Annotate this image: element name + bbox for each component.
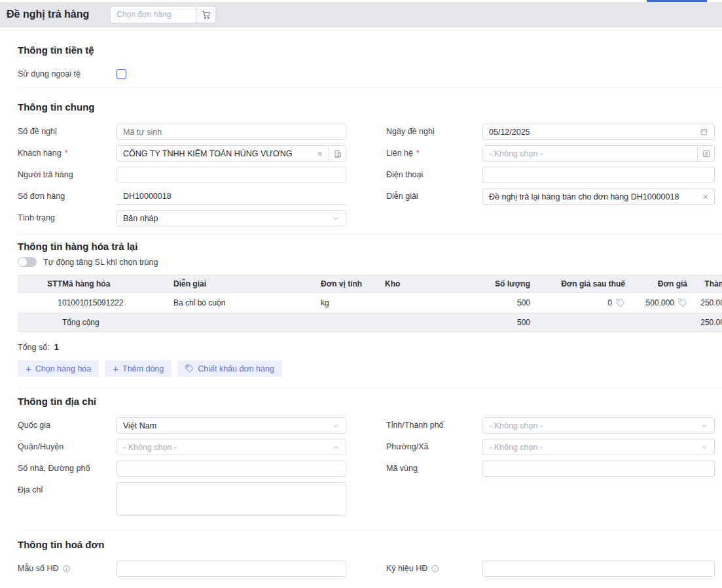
- discount-tag-icon[interactable]: [678, 298, 687, 307]
- contact-lookup-button[interactable]: [697, 145, 715, 162]
- dien-giai-input[interactable]: Đề nghị trả lại hàng bán cho đơn hàng DH…: [482, 188, 715, 205]
- chevron-down-icon: [332, 443, 340, 451]
- dien-thoai-label: Điện thoại: [386, 167, 482, 183]
- plus-icon: +: [26, 364, 31, 373]
- items-table: STT Mã hàng hóa Diễn giải Đơn vị tính Kh…: [18, 275, 722, 332]
- auto-increase-toggle-row: Tự động tăng SL khi chọn trùng: [18, 257, 722, 267]
- clear-icon[interactable]: ×: [317, 149, 323, 158]
- field-dien-thoai: Điện thoại: [386, 167, 715, 183]
- field-dia-chi: Địa chỉ: [18, 482, 346, 516]
- ma-vung-label: Mã vùng: [386, 460, 482, 477]
- chevron-down-icon: [332, 215, 340, 222]
- col-price[interactable]: Đơn giá: [625, 275, 687, 293]
- foreign-currency-label: Sử dụng ngoại tệ: [18, 69, 117, 79]
- order-discount-button[interactable]: Chiết khấu đơn hàng: [177, 360, 282, 377]
- quoc-gia-select[interactable]: Việt Nam: [117, 417, 346, 434]
- ky-hieu-hd-label: Ký hiệu HĐ: [386, 561, 482, 577]
- cell-price-after-tax: 0: [530, 293, 625, 313]
- cell-qty: 500: [470, 293, 530, 313]
- cell-stt: 1: [18, 293, 62, 313]
- table-row[interactable]: 1 01001015091222 Ba chỉ bò cuộn kg 500 0…: [18, 293, 722, 313]
- chevron-down-icon: [700, 422, 708, 430]
- col-desc[interactable]: Diễn giải: [173, 275, 321, 293]
- required-mark: *: [416, 145, 420, 162]
- plus-icon: +: [113, 364, 118, 373]
- chevron-down-icon: [700, 443, 708, 451]
- ngay-de-nghi-input[interactable]: 05/12/2025: [482, 124, 715, 140]
- total-amount: 250.000.000: [687, 313, 722, 332]
- dien-giai-label: Diễn giải: [386, 188, 482, 205]
- field-quoc-gia: Quốc gia Việt Nam: [18, 417, 346, 434]
- section-title-items: Thông tin hàng hóa trả lại: [18, 241, 722, 252]
- nguoi-tra-hang-input[interactable]: [117, 167, 346, 183]
- tinh-trang-select[interactable]: Bản nháp: [117, 210, 346, 226]
- col-amount[interactable]: Thành tiền: [687, 275, 722, 293]
- page-title: Đề nghị trả hàng: [7, 9, 89, 20]
- cart-button[interactable]: [196, 6, 216, 24]
- auto-increase-label: Tự động tăng SL khi chọn trùng: [43, 258, 158, 267]
- tinh-thanh-select[interactable]: - Không chọn -: [482, 417, 715, 434]
- field-khach-hang: Khách hàng* CÔNG TY TNHH KIỂM TOÁN HÙNG …: [18, 145, 346, 162]
- so-de-nghi-label: Số đề nghị: [18, 124, 117, 140]
- field-ngay-de-nghi: Ngày đề nghị 05/12/2025: [386, 124, 715, 140]
- section-title-general: Thông tin chung: [18, 101, 722, 112]
- field-so-don-hang: Số đơn hàng DH10000018: [18, 188, 346, 205]
- so-nha-label: Số nhà, Đường phố: [18, 460, 117, 477]
- field-ma-vung: Mã vùng: [386, 460, 715, 477]
- field-quan-huyen: Quận/Huyện - Không chọn -: [18, 439, 346, 455]
- so-de-nghi-input[interactable]: [117, 124, 346, 140]
- phuong-xa-label: Phường/Xã: [386, 439, 482, 455]
- tinh-trang-label: Tình trạng: [18, 210, 117, 226]
- cell-price: 500.000: [625, 293, 687, 313]
- lien-he-select[interactable]: - Không chọn -: [482, 145, 698, 162]
- field-lien-he: Liên hệ* - Không chọn -: [386, 145, 715, 162]
- field-tinh-trang: Tình trạng Bản nháp: [18, 210, 346, 226]
- pick-goods-button[interactable]: +Chọn hàng hóa: [18, 360, 99, 377]
- foreign-currency-checkbox[interactable]: [117, 69, 126, 79]
- discount-tag-icon[interactable]: [616, 298, 625, 307]
- col-stt[interactable]: STT: [18, 275, 62, 293]
- tinh-thanh-label: Tỉnh/Thành phố: [386, 417, 482, 434]
- nguoi-tra-hang-label: Người trả hàng: [18, 167, 117, 183]
- col-warehouse[interactable]: Kho: [385, 275, 470, 293]
- clear-icon[interactable]: ×: [703, 192, 708, 201]
- order-picker: [110, 6, 216, 24]
- cell-warehouse: [385, 293, 470, 313]
- foreign-currency-row: Sử dụng ngoại tệ: [18, 69, 715, 79]
- page-header: Đề nghị trả hàng: [0, 2, 722, 27]
- section-title-address: Thông tin địa chỉ: [18, 396, 722, 407]
- mau-so-hd-input[interactable]: [117, 561, 346, 577]
- order-picker-input[interactable]: [110, 6, 196, 24]
- add-row-button[interactable]: +Thêm dòng: [105, 360, 171, 377]
- field-mau-so-hd: Mẫu số HĐ: [18, 561, 346, 577]
- customer-lookup-button[interactable]: [329, 145, 346, 162]
- mau-so-hd-label: Mẫu số HĐ: [18, 561, 117, 577]
- khach-hang-label: Khách hàng*: [18, 145, 117, 162]
- calendar-icon[interactable]: [700, 128, 708, 136]
- ma-vung-input[interactable]: [482, 460, 715, 477]
- col-price-after-tax[interactable]: Đơn giá sau thuế: [530, 275, 625, 293]
- so-nha-input[interactable]: [117, 460, 346, 477]
- total-label: Tổng cộng: [62, 313, 173, 332]
- building-icon: [333, 149, 342, 158]
- field-ky-hieu-hd: Ký hiệu HĐ: [386, 561, 715, 577]
- phuong-xa-select[interactable]: - Không chọn -: [482, 439, 715, 455]
- dia-chi-textarea[interactable]: [117, 482, 346, 516]
- section-title-currency: Thông tin tiền tệ: [18, 44, 722, 56]
- field-so-nha: Số nhà, Đường phố: [18, 460, 346, 477]
- auto-increase-toggle[interactable]: [18, 257, 37, 267]
- dia-chi-label: Địa chỉ: [18, 482, 117, 498]
- ngay-de-nghi-label: Ngày đề nghị: [386, 124, 482, 140]
- quan-huyen-select[interactable]: - Không chọn -: [117, 439, 346, 455]
- col-qty[interactable]: Số lượng: [470, 275, 530, 293]
- ky-hieu-hd-input[interactable]: [482, 561, 715, 577]
- lien-he-label: Liên hệ*: [386, 145, 482, 162]
- so-don-hang-label: Số đơn hàng: [18, 188, 117, 205]
- col-unit[interactable]: Đơn vị tính: [321, 275, 385, 293]
- cell-amount: 250.000.000: [687, 293, 722, 313]
- dien-thoai-input[interactable]: [482, 167, 715, 183]
- field-nguoi-tra-hang: Người trả hàng: [18, 167, 346, 183]
- khach-hang-input[interactable]: CÔNG TY TNHH KIỂM TOÁN HÙNG VƯƠNG ×: [117, 145, 329, 162]
- field-tinh-thanh: Tỉnh/Thành phố - Không chọn -: [386, 417, 715, 434]
- col-code[interactable]: Mã hàng hóa: [62, 275, 173, 293]
